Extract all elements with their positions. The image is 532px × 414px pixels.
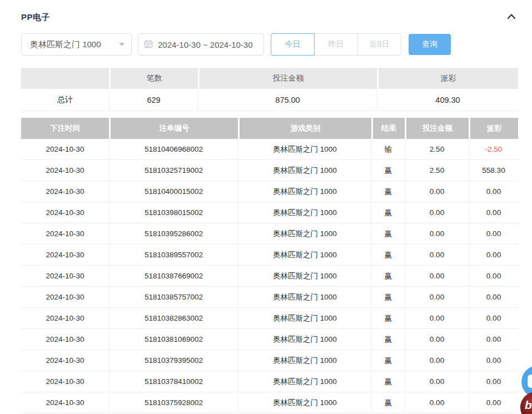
order-id-cell: 51810387669002 <box>109 266 238 287</box>
game-category-cell: 奥林匹斯之门 1000 <box>238 181 371 202</box>
header-order-id: 注单编号 <box>109 118 238 139</box>
result-cell: 赢 <box>371 160 405 181</box>
customer-service-icon <box>528 375 532 388</box>
table-row: 2024-10-3051810400015002奥林匹斯之门 1000赢0.00… <box>21 181 518 202</box>
collapse-panel-button[interactable] <box>504 10 519 24</box>
chevron-down-icon <box>119 43 125 46</box>
order-id-cell: 51810398015002 <box>109 202 238 223</box>
payout-cell: 0.00 <box>469 350 518 371</box>
table-row: 2024-10-3051810375928002奥林匹斯之门 1000赢0.00… <box>21 392 518 413</box>
summary-total-count: 629 <box>109 89 198 111</box>
bet-amount-cell: 0.00 <box>405 287 469 308</box>
search-button[interactable]: 查询 <box>409 34 451 55</box>
payout-cell: 0.00 <box>469 287 518 308</box>
result-cell: 赢 <box>371 308 405 329</box>
game-category-cell: 奥林匹斯之门 1000 <box>238 308 371 329</box>
bet-amount-cell: 2.50 <box>405 160 469 181</box>
bet-amount-cell: 0.00 <box>405 245 469 266</box>
game-category-cell: 奥林匹斯之门 1000 <box>238 202 371 223</box>
table-row: 2024-10-3051810379395002奥林匹斯之门 1000赢0.00… <box>21 350 518 371</box>
bet-time-cell: 2024-10-30 <box>21 181 109 202</box>
bet-time-cell: 2024-10-30 <box>21 350 109 371</box>
header-result: 结果 <box>371 118 405 139</box>
payout-cell: 0.00 <box>469 202 518 223</box>
bet-time-cell: 2024-10-30 <box>21 245 109 266</box>
date-range-value: 2024-10-30 ~ 2024-10-30 <box>158 40 253 49</box>
detail-table-body: 2024-10-3051810406968002奥林匹斯之门 1000输2.50… <box>21 139 518 413</box>
game-category-cell: 奥林匹斯之门 1000 <box>238 392 371 413</box>
bet-amount-cell: 0.00 <box>405 181 469 202</box>
bet-time-cell: 2024-10-30 <box>21 160 109 181</box>
game-category-cell: 奥林匹斯之门 1000 <box>238 245 371 266</box>
game-category-cell: 奥林匹斯之门 1000 <box>238 371 371 392</box>
table-row: 2024-10-3051810381069002奥林匹斯之门 1000赢0.00… <box>21 329 518 350</box>
filter-bar: 奥林匹斯之门 1000 2024-10-30 ~ 2024-10-30 今日 昨… <box>21 33 451 56</box>
summary-header-payout: 派彩 <box>377 68 518 89</box>
bet-amount-cell: 0.00 <box>405 350 469 371</box>
bet-time-cell: 2024-10-30 <box>21 223 109 245</box>
summary-table: 笔数 投注金额 派彩 总计 629 875.00 409.30 <box>21 68 518 111</box>
date-range-picker[interactable]: 2024-10-30 ~ 2024-10-30 <box>138 33 264 56</box>
header-payout: 派彩 <box>469 118 518 139</box>
header-bet-amount: 投注金额 <box>405 118 469 139</box>
table-row: 2024-10-3051810385757002奥林匹斯之门 1000赢0.00… <box>21 287 518 308</box>
result-cell: 赢 <box>371 223 405 245</box>
game-select[interactable]: 奥林匹斯之门 1000 <box>21 33 132 56</box>
bet-amount-cell: 0.00 <box>405 329 469 350</box>
summary-total-label: 总计 <box>21 89 109 111</box>
result-cell: 赢 <box>371 266 405 287</box>
result-cell: 赢 <box>371 202 405 223</box>
payout-cell: -2.50 <box>469 139 518 160</box>
result-cell: 赢 <box>371 329 405 350</box>
payout-cell: 0.00 <box>469 266 518 287</box>
order-id-cell: 51810406968002 <box>109 139 238 160</box>
bet-amount-cell: 2.50 <box>405 139 469 160</box>
bet-time-cell: 2024-10-30 <box>21 371 109 392</box>
game-category-cell: 奥林匹斯之门 1000 <box>238 266 371 287</box>
bet-amount-cell: 0.00 <box>405 266 469 287</box>
calendar-icon <box>144 39 153 50</box>
game-select-value: 奥林匹斯之门 1000 <box>30 39 101 50</box>
payout-cell: 0.00 <box>469 392 518 413</box>
order-id-cell: 51810325719002 <box>109 160 238 181</box>
bet-time-cell: 2024-10-30 <box>21 287 109 308</box>
payout-cell: 0.00 <box>469 181 518 202</box>
order-id-cell: 51810381069002 <box>109 329 238 350</box>
detail-header-row: 下注时间 注单编号 游戏类别 结果 投注金额 派彩 <box>21 118 518 139</box>
game-category-cell: 奥林匹斯之门 1000 <box>238 329 371 350</box>
table-row: 2024-10-3051810387669002奥林匹斯之门 1000赢0.00… <box>21 266 518 287</box>
result-cell: 赢 <box>371 181 405 202</box>
panel-header: PP电子 <box>21 10 519 24</box>
range-button-yesterday[interactable]: 昨日 <box>314 33 358 56</box>
bet-time-cell: 2024-10-30 <box>21 139 109 160</box>
range-button-today[interactable]: 今日 <box>271 33 315 56</box>
payout-cell: 0.00 <box>469 308 518 329</box>
order-id-cell: 51810382863002 <box>109 308 238 329</box>
summary-header-blank <box>21 68 109 89</box>
game-category-cell: 奥林匹斯之门 1000 <box>238 350 371 371</box>
detail-table: 下注时间 注单编号 游戏类别 结果 投注金额 派彩 2024-10-305181… <box>21 118 518 413</box>
panel-title: PP电子 <box>21 12 50 23</box>
order-id-cell: 51810400015002 <box>109 181 238 202</box>
bet-amount-cell: 0.00 <box>405 392 469 413</box>
order-id-cell: 51810395286002 <box>109 223 238 245</box>
table-row: 2024-10-3051810325719002奥林匹斯之门 1000赢2.50… <box>21 160 518 181</box>
game-category-cell: 奥林匹斯之门 1000 <box>238 160 371 181</box>
result-cell: 赢 <box>371 371 405 392</box>
order-id-cell: 51810379395002 <box>109 350 238 371</box>
summary-total-row: 总计 629 875.00 409.30 <box>21 89 518 111</box>
result-cell: 赢 <box>371 350 405 371</box>
header-bet-time: 下注时间 <box>21 118 109 139</box>
header-game-category: 游戏类别 <box>238 118 371 139</box>
bet-amount-cell: 0.00 <box>405 371 469 392</box>
brand-fab[interactable]: b <box>520 392 532 414</box>
payout-cell: 0.00 <box>469 329 518 350</box>
order-id-cell: 51810378410002 <box>109 371 238 392</box>
summary-header-row: 笔数 投注金额 派彩 <box>21 68 518 89</box>
payout-cell: 0.00 <box>469 223 518 245</box>
summary-total-payout: 409.30 <box>377 89 518 111</box>
bet-time-cell: 2024-10-30 <box>21 308 109 329</box>
payout-cell: 0.00 <box>469 371 518 392</box>
range-button-last8days[interactable]: 近8日 <box>357 33 401 56</box>
table-row: 2024-10-3051810382863002奥林匹斯之门 1000赢0.00… <box>21 308 518 329</box>
